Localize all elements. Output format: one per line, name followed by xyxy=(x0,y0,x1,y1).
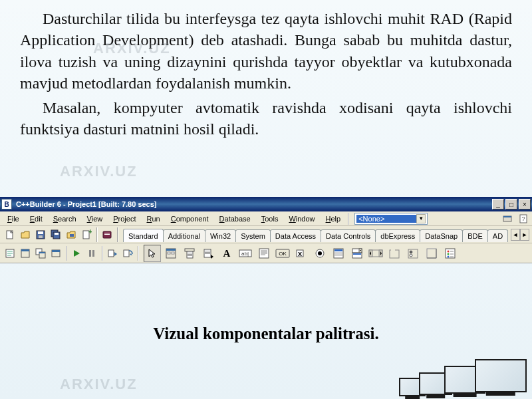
save-all-button[interactable] xyxy=(49,227,63,242)
popupmenu-icon[interactable] xyxy=(200,245,217,262)
groupbox-icon[interactable] xyxy=(386,245,403,262)
svg-marker-35 xyxy=(114,252,117,256)
scroll-left-icon[interactable]: ◄ xyxy=(511,229,520,241)
radiogroup-icon[interactable] xyxy=(404,245,422,262)
svg-rect-8 xyxy=(38,231,43,234)
separator xyxy=(102,246,103,261)
edit-icon[interactable]: ab| xyxy=(237,245,254,262)
tab-win32[interactable]: Win32 xyxy=(205,229,236,242)
svg-rect-88 xyxy=(427,249,436,258)
toggle-button[interactable] xyxy=(33,246,48,261)
menu-run[interactable]: Run xyxy=(142,213,165,224)
svg-point-87 xyxy=(410,254,412,257)
menu-component[interactable]: Component xyxy=(166,213,213,224)
pointer-icon[interactable] xyxy=(144,245,161,262)
menu-tools[interactable]: Tools xyxy=(257,213,283,224)
tab-dbexpress[interactable]: dbExpress xyxy=(375,229,420,242)
book-icon[interactable] xyxy=(100,227,114,242)
mainmenu-icon[interactable] xyxy=(181,245,198,262)
main-toolbar: + Standard Additional Win32 System Data … xyxy=(0,226,532,243)
svg-rect-49 xyxy=(205,251,210,251)
minimize-button[interactable]: _ xyxy=(492,199,504,209)
checkbox-icon[interactable]: x xyxy=(293,245,310,262)
toolbar-icon[interactable] xyxy=(501,213,513,225)
decorative-monitors xyxy=(380,352,527,399)
svg-rect-68 xyxy=(334,249,342,251)
label-icon[interactable]: A xyxy=(218,245,235,262)
tab-additional[interactable]: Additional xyxy=(163,229,205,242)
svg-rect-51 xyxy=(205,253,210,254)
svg-text:?: ? xyxy=(521,215,525,222)
save-button[interactable] xyxy=(33,227,48,242)
new-button[interactable] xyxy=(3,227,17,242)
scrollbar-icon[interactable] xyxy=(367,245,384,262)
svg-rect-47 xyxy=(188,255,192,256)
step-over-button[interactable] xyxy=(120,246,135,261)
tab-data-controls[interactable]: Data Controls xyxy=(321,229,376,242)
panel-icon[interactable] xyxy=(423,245,440,262)
memo-icon[interactable] xyxy=(255,245,273,262)
tab-datasnap[interactable]: DataSnap xyxy=(420,229,463,242)
view-unit-button[interactable] xyxy=(3,246,17,261)
svg-rect-32 xyxy=(89,250,91,257)
svg-marker-31 xyxy=(74,250,80,257)
svg-rect-19 xyxy=(104,234,110,235)
add-file-button[interactable]: + xyxy=(79,227,94,242)
listbox-icon[interactable] xyxy=(330,245,347,262)
maximize-button[interactable]: □ xyxy=(505,199,517,209)
svg-rect-46 xyxy=(188,254,192,255)
tab-bde[interactable]: BDE xyxy=(462,229,488,242)
separator xyxy=(117,227,118,242)
menubar: File Edit Search View Project Run Compon… xyxy=(0,211,532,226)
config-combo[interactable]: <None> ▼ xyxy=(354,213,428,225)
frames-icon[interactable] xyxy=(162,245,180,262)
open-button[interactable] xyxy=(18,227,33,242)
svg-rect-12 xyxy=(55,233,59,235)
tab-system[interactable]: System xyxy=(235,229,271,242)
trace-into-button[interactable] xyxy=(105,246,120,261)
close-button[interactable]: × xyxy=(519,199,531,209)
ide-screenshot: B C++Builder 6 - Project1 [Built: 7.80 s… xyxy=(0,197,532,263)
menu-window[interactable]: Window xyxy=(284,213,319,224)
tab-ad[interactable]: AD xyxy=(487,229,508,242)
pause-button[interactable] xyxy=(84,246,99,261)
body-text: Dasturchilar tilida bu interfeysga tez q… xyxy=(0,0,532,140)
paragraph-1: Dasturchilar tilida bu interfeysga tez q… xyxy=(20,8,512,94)
separator xyxy=(348,213,349,225)
menu-project[interactable]: Project xyxy=(108,213,140,224)
menu-database[interactable]: Database xyxy=(215,213,255,224)
component-row: A ab| OK x xyxy=(144,245,529,262)
tab-standard[interactable]: Standard xyxy=(123,229,164,242)
menu-file[interactable]: File xyxy=(3,213,24,224)
svg-rect-25 xyxy=(21,249,29,251)
svg-rect-76 xyxy=(353,253,361,255)
svg-rect-9 xyxy=(39,235,43,238)
button-icon[interactable]: OK xyxy=(274,245,291,262)
svg-rect-50 xyxy=(205,252,210,253)
svg-point-93 xyxy=(448,250,450,252)
chevron-down-icon[interactable]: ▼ xyxy=(416,214,426,223)
view-form-button[interactable] xyxy=(18,246,33,261)
tab-data-access[interactable]: Data Access xyxy=(270,229,321,242)
radiobutton-icon[interactable] xyxy=(311,245,329,262)
menu-edit[interactable]: Edit xyxy=(25,213,47,224)
open-project-button[interactable] xyxy=(64,227,78,242)
menu-help[interactable]: Help xyxy=(321,213,346,224)
run-button[interactable] xyxy=(69,246,84,261)
menu-view[interactable]: View xyxy=(82,213,108,224)
window-title: C++Builder 6 - Project1 [Built: 7.80 sec… xyxy=(16,200,492,208)
svg-marker-52 xyxy=(211,255,213,259)
menu-search[interactable]: Search xyxy=(49,213,81,224)
actionlist-icon[interactable] xyxy=(442,245,459,262)
svg-rect-45 xyxy=(188,253,192,253)
svg-text:OK: OK xyxy=(279,251,287,257)
scroll-right-icon[interactable]: ► xyxy=(520,229,529,241)
svg-rect-14 xyxy=(70,234,74,237)
separator xyxy=(66,246,67,261)
combobox-icon[interactable] xyxy=(348,245,366,262)
help-icon[interactable]: ? xyxy=(517,213,529,225)
svg-marker-38 xyxy=(149,249,155,257)
svg-rect-40 xyxy=(166,249,176,251)
new-form-button[interactable] xyxy=(49,246,63,261)
svg-rect-18 xyxy=(104,233,110,233)
